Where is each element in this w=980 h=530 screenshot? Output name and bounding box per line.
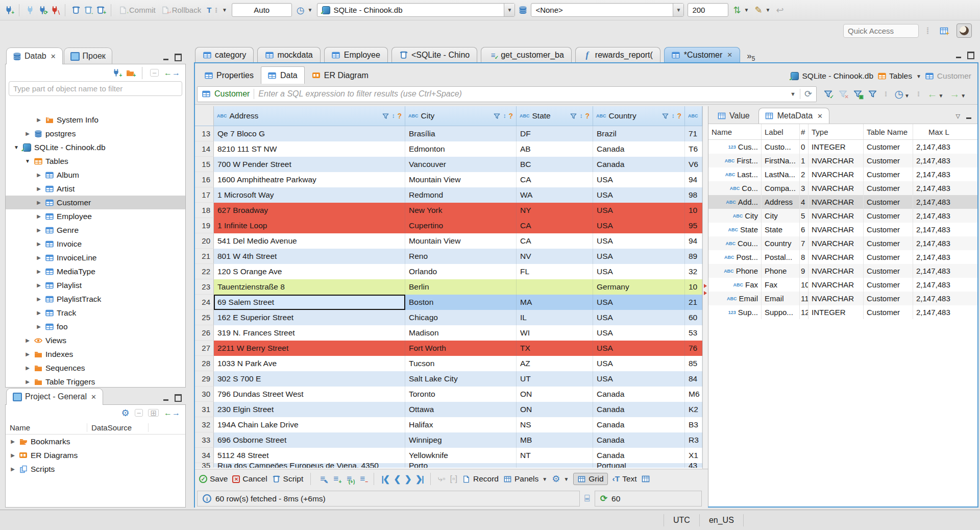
table-row[interactable]: 171 Microsoft WayRedmondWAUSA98 (195, 187, 702, 203)
cell[interactable]: 1 Infinite Loop (214, 218, 405, 233)
cell[interactable]: Portugal (593, 463, 685, 468)
minimize-icon[interactable] (966, 114, 972, 119)
new-connection-icon[interactable]: + (112, 68, 120, 77)
tree-item-mediatype[interactable]: ▶MediaType (6, 264, 185, 278)
new-sql-editor-icon[interactable]: + (96, 6, 105, 14)
expand-arrow-icon[interactable]: ▶ (36, 172, 42, 178)
table-row[interactable]: 33696 Osborne StreetWinnipegMBCanadaR3 (195, 432, 702, 448)
column-header-clipped[interactable]: ABC (685, 106, 702, 126)
metadata-column-max-l[interactable]: Max L (913, 124, 977, 139)
collapse-all-icon[interactable]: − (150, 69, 159, 77)
cell[interactable]: 194A Chain Lake Drive (214, 417, 405, 432)
breadcrumb-sqlite-chinook-db[interactable]: ✓SQLite - Chinook.db (791, 71, 874, 81)
tree-item-employee[interactable]: ▶Employee (6, 209, 185, 223)
metadata-row[interactable]: 123Sup...Suppo...12INTEGERCustomer2,147,… (708, 305, 977, 319)
cell[interactable]: NS (517, 417, 593, 432)
cell[interactable]: ON (517, 387, 593, 402)
expand-arrow-icon[interactable]: ▶ (36, 324, 42, 329)
table-row[interactable]: 31230 Elgin StreetOttawaONCanadaK2 (195, 402, 702, 417)
quick-access-input[interactable] (843, 24, 919, 38)
editor-tab-mockdata[interactable]: mockdata (257, 47, 320, 62)
cancel-button[interactable]: ✕Cancel (232, 474, 267, 484)
cell[interactable]: FL (517, 264, 593, 279)
expand-arrow-icon[interactable]: ▶ (36, 269, 42, 274)
cell[interactable]: 801 W 4th Street (214, 249, 405, 264)
editor-tab--customer[interactable]: *Customer✕ (664, 47, 740, 62)
cell[interactable]: 76 (685, 341, 702, 356)
custom-filter-icon[interactable] (868, 90, 877, 99)
tab-metadata[interactable]: MetaData ✕ (758, 108, 829, 124)
cell[interactable]: 94 (685, 233, 702, 249)
commit-mode-select[interactable]: Auto (232, 3, 292, 17)
tab-overflow-chevron[interactable]: »5 (747, 51, 755, 62)
cell[interactable]: USA (593, 341, 685, 356)
add-row-icon[interactable]: ≡+ (331, 475, 340, 484)
cell[interactable]: Berlin (405, 279, 517, 295)
table-row[interactable]: 15700 W Pender StreetVancouverBCCanadaV6 (195, 157, 702, 172)
metadata-row[interactable]: ABCCo...Compa...3NVARCHARCustomer2,147,4… (708, 181, 977, 195)
cell[interactable]: USA (593, 218, 685, 233)
filter-funnel-icon[interactable] (493, 112, 500, 121)
cell[interactable]: Fort Worth (405, 341, 517, 356)
cell[interactable]: CA (517, 233, 593, 249)
cell[interactable]: NY (517, 203, 593, 218)
auto-refresh-icon[interactable]: ⟳ (600, 493, 607, 504)
expand-arrow-icon[interactable]: ▶ (36, 200, 42, 205)
expand-arrow-icon[interactable]: ▶ (36, 241, 42, 247)
table-row[interactable]: 2469 Salem StreetBostonMAUSA21 (195, 295, 702, 310)
tree-item-invoice[interactable]: ▶Invoice (6, 237, 185, 251)
record-button[interactable]: Record (462, 474, 499, 484)
tree-item-album[interactable]: ▶Album (6, 168, 185, 182)
expand-arrow-icon[interactable]: ▶ (10, 452, 16, 458)
cell[interactable]: USA (593, 356, 685, 371)
fetch-next-icon[interactable]: →▼ (949, 88, 966, 100)
locale-indicator[interactable]: en_US (699, 514, 744, 526)
metadata-row[interactable]: ABCCityCity5NVARCHARCustomer2,147,483 (708, 209, 977, 223)
editor-tab-employee[interactable]: Employee (324, 47, 388, 62)
cell[interactable]: Ottawa (405, 402, 517, 417)
column-header-name[interactable]: Name (6, 423, 87, 432)
cell[interactable]: 302 S 700 E (214, 371, 405, 387)
tree-item-postgres[interactable]: ▶postgres (6, 127, 185, 140)
cell[interactable]: Canada (593, 417, 685, 432)
project-item-er-diagrams[interactable]: ▶ER Diagrams (6, 448, 185, 462)
metadata-row[interactable]: ABCFirst...FirstNa...1NVARCHARCustomer2,… (708, 154, 977, 167)
metadata-row[interactable]: ABCLast...LastNa...2NVARCHARCustomer2,14… (708, 167, 977, 181)
cell[interactable]: CA (517, 172, 593, 187)
breadcrumb-customer[interactable]: Customer (925, 71, 971, 81)
tree-item-tables[interactable]: ▼Tables (6, 154, 185, 168)
execution-time-icon[interactable]: ◷▼ (895, 88, 910, 100)
cell[interactable]: 696 Osborne Street (214, 432, 405, 448)
cell[interactable]: USA (593, 203, 685, 218)
cell[interactable]: Cupertino (405, 218, 517, 233)
cell[interactable]: UT (517, 371, 593, 387)
cell[interactable]: 2211 W Berry Street (214, 341, 405, 356)
remove-filter-icon[interactable]: ✕ (839, 90, 847, 99)
tree-item-sequences[interactable]: ▶Sequences (6, 361, 185, 375)
cell[interactable]: X1 (685, 448, 702, 463)
collapse-arrow-icon[interactable]: ▼ (13, 144, 19, 150)
cell[interactable]: 120 S Orange Ave (214, 264, 405, 279)
script-button[interactable]: Script (272, 474, 304, 484)
cell[interactable]: Germany (593, 279, 685, 295)
tab-er-diagram[interactable]: ER Diagram (305, 66, 376, 84)
format-brush-icon[interactable]: ✎▼ (753, 4, 771, 17)
cell[interactable]: Canada (593, 448, 685, 463)
filter-funnel-icon[interactable] (570, 112, 577, 121)
sort-icon[interactable]: ↕ (503, 112, 506, 119)
tree-item-playlisttrack[interactable]: ▶PlaylistTrack (6, 292, 185, 306)
table-row[interactable]: 22120 S Orange AveOrlandoFLUSA32 (195, 264, 702, 279)
table-row[interactable]: 26319 N. Frances StreetMadisonWIUSA53 (195, 325, 702, 341)
grid-view-button[interactable]: Grid (573, 473, 607, 485)
edit-cell-icon[interactable]: ≡✎ (318, 475, 327, 484)
cell[interactable]: Chicago (405, 310, 517, 325)
tree-item-playlist[interactable]: ▶Playlist (6, 278, 185, 292)
collapse-all-icon[interactable]: − (135, 409, 143, 417)
cell[interactable]: 32 (685, 264, 702, 279)
tree-item-indexes[interactable]: ▶Indexes (6, 347, 185, 361)
cell[interactable]: USA (593, 264, 685, 279)
cell[interactable] (517, 279, 593, 295)
pin-board-icon[interactable]: ⌸ (584, 493, 590, 504)
tree-item-views[interactable]: ▶Views (6, 333, 185, 347)
cell[interactable]: Mountain View (405, 233, 517, 249)
